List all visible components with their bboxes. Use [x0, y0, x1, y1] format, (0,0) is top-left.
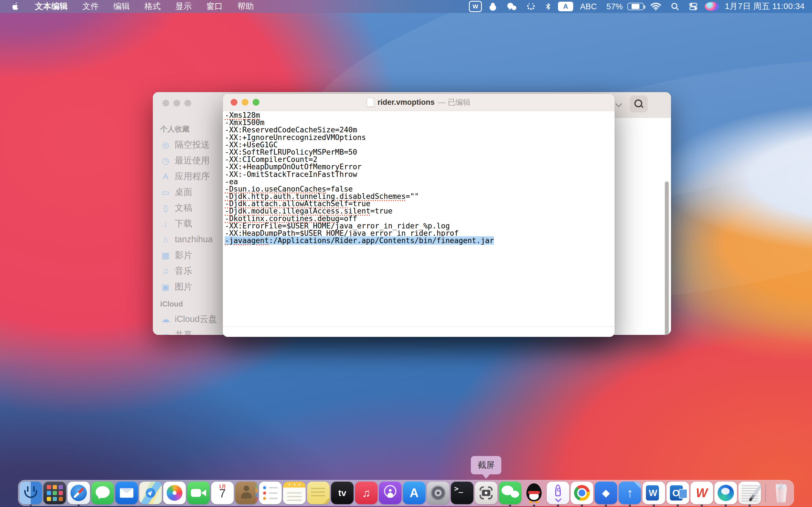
- dock-icon-podcasts[interactable]: [379, 482, 402, 504]
- dock-icon-appstore[interactable]: A: [403, 482, 425, 504]
- spotlight-icon[interactable]: [668, 0, 682, 13]
- zoom-button[interactable]: [253, 99, 259, 106]
- menu-item[interactable]: 格式: [137, 1, 168, 12]
- dock-icon-music[interactable]: ♫: [355, 482, 377, 504]
- dock-icon-trash[interactable]: [770, 482, 793, 504]
- dock-icon-word[interactable]: W: [643, 482, 665, 504]
- dock-icon-wps[interactable]: W: [691, 482, 713, 504]
- dock-icon-launchpad[interactable]: [43, 482, 66, 504]
- wifi-icon[interactable]: [648, 0, 664, 13]
- menu-item[interactable]: 显示: [168, 1, 199, 12]
- dock-icon-contacts[interactable]: [235, 482, 258, 504]
- sidebar-item-music[interactable]: ♫音乐: [153, 263, 223, 279]
- icon-glyph: O: [672, 488, 680, 499]
- chevron-down-icon[interactable]: [615, 100, 622, 107]
- dock-icon-facetime[interactable]: [187, 482, 210, 504]
- finder-scrollbar[interactable]: [665, 181, 669, 335]
- word-icon: W: [643, 482, 665, 504]
- menu-item[interactable]: 窗口: [199, 1, 230, 12]
- finder-zoom-button[interactable]: [185, 100, 191, 107]
- finder-search-button[interactable]: [630, 96, 648, 112]
- apple-menu[interactable]: [11, 2, 20, 11]
- dock-icon-messages[interactable]: [91, 482, 114, 504]
- sidebar-item-recents[interactable]: ◷最近使用: [153, 153, 223, 168]
- icon-layer: [749, 482, 761, 502]
- code-line: -XX:SoftRefLRUPolicyMSPerMB=50: [225, 149, 615, 156]
- menu-app-name[interactable]: 文本编辑: [28, 1, 75, 12]
- dock-icon-outlook[interactable]: O: [666, 482, 689, 504]
- running-indicator: [629, 504, 631, 507]
- running-indicator: [701, 504, 703, 507]
- bluetooth-icon[interactable]: [542, 0, 554, 13]
- sidebar-item-desktop[interactable]: ▭桌面: [153, 184, 223, 200]
- sidebar-item-icloud-drive[interactable]: ☁iCloud云盘: [153, 311, 223, 327]
- edited-badge: — 已编辑: [438, 97, 471, 107]
- dock-icon-cube[interactable]: ◆: [595, 482, 617, 504]
- dotted-grid-icon[interactable]: [523, 0, 538, 13]
- siri-icon[interactable]: [705, 2, 719, 11]
- sidebar-item-applications[interactable]: A应用程序: [153, 168, 223, 184]
- dock-icon-calendar[interactable]: 1月7: [211, 482, 234, 504]
- dock-icon-mail[interactable]: [115, 482, 138, 504]
- sidebar-item-downloads[interactable]: ↓下载: [153, 216, 223, 231]
- dock-icon-screenshot[interactable]: 截屏: [475, 482, 497, 504]
- wechat-menu-icon[interactable]: [504, 0, 520, 13]
- dock-icon-rocket[interactable]: [547, 482, 569, 504]
- dock-icon-wechat[interactable]: [499, 482, 521, 504]
- menu-item[interactable]: 文件: [75, 1, 106, 12]
- dock-icon-finder[interactable]: [19, 482, 42, 504]
- sidebar-item-label: 最近使用: [175, 155, 210, 166]
- sidebar-item-shared[interactable]: ▱共享: [153, 327, 223, 335]
- running-indicator: [749, 504, 751, 507]
- close-button[interactable]: [231, 99, 238, 106]
- battery-icon[interactable]: [627, 3, 644, 10]
- dock-icon-chrome[interactable]: [571, 482, 593, 504]
- finder-minimize-button[interactable]: [173, 100, 180, 107]
- menu-item[interactable]: 编辑: [106, 1, 137, 12]
- text-editor-area[interactable]: -Xms128m-Xmx1500m-XX:ReservedCodeCacheSi…: [223, 111, 615, 327]
- textedit-titlebar[interactable]: rider.vmoptions — 已编辑: [223, 94, 615, 111]
- menu-item[interactable]: 帮助: [230, 1, 261, 12]
- sidebar-item-airdrop[interactable]: ◎隔空投送: [153, 137, 223, 153]
- dock-icon-edge[interactable]: [714, 482, 737, 504]
- code-line: -javaagent:/Applications/Rider.app/Conte…: [225, 237, 615, 244]
- dock-icon-arrow[interactable]: ↑: [619, 482, 641, 504]
- icon-layer: [482, 490, 490, 496]
- dock-icon-textedit[interactable]: [739, 482, 761, 504]
- dock-icon-maps[interactable]: [139, 482, 162, 504]
- dock-icon-terminal[interactable]: >_: [451, 482, 473, 504]
- icon-layer: [721, 488, 730, 495]
- dock-icon-qq[interactable]: [523, 482, 545, 504]
- qq-menu-icon[interactable]: [486, 0, 500, 13]
- terminal-icon: >_: [451, 482, 473, 504]
- input-method-label[interactable]: ABC: [577, 0, 600, 13]
- minimize-button[interactable]: [242, 99, 248, 106]
- sidebar-item-home[interactable]: ⌂tanzhihua: [153, 231, 223, 247]
- shared-icon: ▱: [160, 330, 171, 335]
- dock-icon-settings[interactable]: [427, 482, 449, 504]
- sidebar-item-movies[interactable]: ▦影片: [153, 247, 223, 263]
- icon-glyph: tv: [338, 488, 346, 498]
- icon-layer: [529, 501, 533, 503]
- dock-icon-reminders[interactable]: [259, 482, 282, 504]
- dock-icon-stickies[interactable]: [307, 482, 329, 504]
- icon-glyph: A: [410, 486, 419, 500]
- settings-icon: [427, 482, 449, 504]
- sidebar-item-label: iCloud云盘: [175, 313, 217, 325]
- icon-layer: [555, 485, 561, 496]
- sidebar-item-label: 音乐: [175, 265, 192, 277]
- sidebar-item-label: 文稿: [175, 202, 192, 214]
- dock-icon-notes[interactable]: [283, 482, 306, 504]
- dock-icon-safari[interactable]: [67, 482, 90, 504]
- dock-icon-appletv[interactable]: tv: [331, 482, 354, 504]
- screenshot-icon: [475, 482, 497, 504]
- sidebar-item-pictures[interactable]: ▣图片: [153, 279, 223, 295]
- menu-clock[interactable]: 1月7日 周五 11:00:34: [723, 1, 805, 12]
- wps-menu-icon[interactable]: W: [469, 1, 482, 12]
- dock-icon-photos[interactable]: [163, 482, 186, 504]
- control-center-icon[interactable]: [686, 0, 701, 13]
- sidebar-item-documents[interactable]: ▯文稿: [153, 200, 223, 216]
- finder-close-button[interactable]: [162, 100, 169, 107]
- input-source-icon[interactable]: A: [558, 2, 573, 11]
- code-line: -XX:CICompilerCount=2: [225, 156, 615, 163]
